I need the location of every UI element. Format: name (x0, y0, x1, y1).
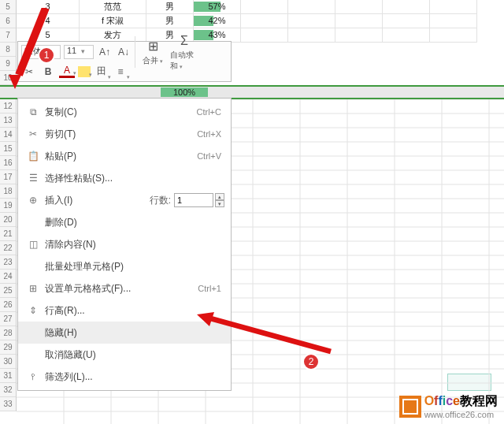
table-row[interactable]: 3 范范 男 57% (17, 0, 504, 14)
cell[interactable] (241, 0, 288, 14)
cell[interactable] (335, 28, 383, 43)
callout-badge-2: 2 (302, 353, 320, 370)
ctx-paste-special[interactable]: ☰ 选择性粘贴(S)... (18, 167, 231, 189)
table-row[interactable]: 4 f 宋淑 男 42% (17, 14, 504, 28)
row-header[interactable]: 13 (0, 113, 17, 128)
row-header[interactable]: 17 (0, 170, 17, 184)
row-header[interactable]: 26 (0, 298, 17, 312)
cell[interactable]: f 宋淑 (80, 14, 146, 28)
cell[interactable] (241, 14, 288, 28)
ctx-clear[interactable]: ◫ 清除内容(N) (18, 233, 231, 255)
row-header[interactable]: 25 (0, 284, 17, 298)
row-header[interactable]: 33 (0, 397, 17, 411)
merge-button[interactable]: ⊞合并 (139, 33, 167, 71)
ctx-filter[interactable]: ⫯ 筛选列(L)... (18, 366, 231, 388)
cell[interactable] (383, 28, 430, 43)
row-header[interactable]: 27 (0, 312, 17, 326)
logo-icon (399, 396, 421, 418)
format-cells-icon: ⊞ (24, 283, 42, 294)
cell[interactable]: 男 (146, 0, 194, 14)
merge-icon: ⊞ (148, 38, 158, 55)
row-header[interactable]: 15 (0, 142, 17, 156)
row-header[interactable]: 18 (0, 184, 17, 199)
cell[interactable]: 范范 (80, 0, 146, 14)
svg-line-0 (19, 8, 46, 75)
row-header[interactable]: 12 (0, 99, 17, 113)
cell[interactable] (241, 28, 288, 43)
borders-button[interactable]: 田 (94, 64, 109, 80)
row-header[interactable]: 32 (0, 383, 17, 397)
annotation-arrow-2 (197, 312, 339, 359)
brand-text: Office教程网 (424, 394, 498, 408)
cell[interactable] (430, 28, 477, 43)
spinner[interactable]: ▴▾ (215, 193, 224, 207)
ctx-cut[interactable]: ✂ 剪切(T) Ctrl+X (18, 123, 231, 145)
insert-icon: ⊕ (24, 195, 42, 206)
ctx-paste[interactable]: 📋 粘贴(P) Ctrl+V (18, 145, 231, 167)
cell-databar[interactable]: 57% (194, 0, 241, 14)
ctx-delete[interactable]: 删除(D) (18, 211, 231, 233)
row-header[interactable]: 24 (0, 270, 17, 284)
annotation-arrow-1 (14, 8, 61, 83)
font-size-select[interactable]: 11 (64, 45, 94, 59)
sigma-icon: Σ (180, 32, 188, 50)
rows-input[interactable] (174, 193, 213, 207)
ctx-format-cells[interactable]: ⊞ 设置单元格格式(F)... Ctrl+1 (18, 277, 231, 299)
font-color-button[interactable]: A (59, 65, 75, 78)
cell[interactable] (430, 14, 477, 28)
ctx-copy[interactable]: ⧉ 复制(C) Ctrl+C (18, 101, 231, 123)
paste-special-icon: ☰ (24, 173, 42, 184)
row-header[interactable]: 14 (0, 128, 17, 142)
cell-value: 100% (161, 87, 208, 98)
cell[interactable] (288, 0, 335, 14)
rows-label: 行数: (150, 194, 171, 207)
brand-url: www.office26.com (424, 410, 498, 419)
cell[interactable]: 男 (146, 14, 194, 28)
filter-icon: ⫯ (24, 371, 42, 382)
row-header[interactable]: 20 (0, 213, 17, 227)
cell[interactable] (430, 0, 477, 14)
copy-icon: ⧉ (24, 106, 42, 117)
eraser-icon: ◫ (24, 239, 42, 250)
cell-grid: 3 范范 男 57% 4 f 宋淑 男 42% 5 发方 男 43% (17, 0, 504, 43)
watermark: Office教程网 www.office26.com (399, 394, 498, 419)
annotation-arrowhead-1 (9, 75, 21, 89)
row-header[interactable]: 23 (0, 255, 17, 270)
spin-down-icon[interactable]: ▾ (215, 200, 224, 207)
cell[interactable] (383, 14, 430, 28)
decrease-font-icon[interactable]: A↓ (116, 44, 132, 60)
row-header[interactable]: 19 (0, 199, 17, 213)
row-header[interactable]: 22 (0, 241, 17, 255)
cell-databar[interactable]: 42% (194, 14, 241, 28)
fill-color-button[interactable] (78, 66, 91, 77)
row-header[interactable]: 21 (0, 227, 17, 241)
row-header[interactable]: 28 (0, 326, 17, 340)
cell[interactable] (335, 0, 383, 14)
autosum-button[interactable]: Σ自动求和 (170, 33, 198, 71)
ctx-insert[interactable]: ⊕ 插入(I) 行数: ▴▾ (18, 189, 231, 211)
cell[interactable] (288, 28, 335, 43)
svg-line-1 (205, 317, 331, 351)
align-button[interactable]: ≡ (113, 64, 128, 80)
cell[interactable] (335, 14, 383, 28)
increase-font-icon[interactable]: A↑ (97, 44, 113, 60)
row-height-icon: ⇕ (24, 305, 42, 316)
clipboard-icon: 📋 (24, 151, 42, 162)
row-header[interactable]: 30 (0, 355, 17, 369)
row-header[interactable]: 29 (0, 340, 17, 355)
cell[interactable] (383, 0, 430, 14)
svg-marker-2 (197, 312, 214, 326)
row-header[interactable]: 16 (0, 156, 17, 170)
callout-badge-1: 1 (38, 46, 55, 64)
row-header[interactable]: 31 (0, 369, 17, 383)
cell[interactable] (288, 14, 335, 28)
spin-up-icon[interactable]: ▴ (215, 193, 224, 200)
scissors-icon: ✂ (24, 128, 42, 139)
ctx-batch[interactable]: 批量处理单元格(P) (18, 255, 231, 277)
